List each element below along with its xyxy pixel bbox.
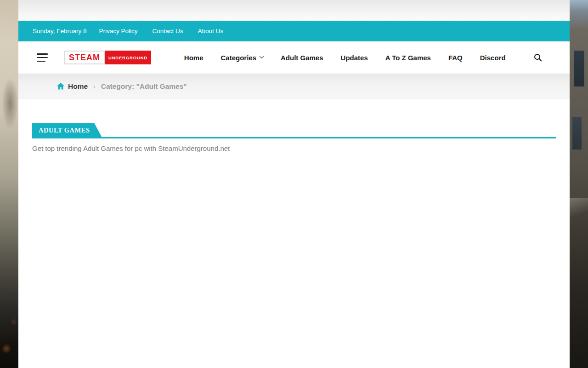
background-image-left	[0, 0, 18, 368]
breadcrumb-home-link[interactable]: Home	[57, 82, 88, 91]
topbar-link-about-us[interactable]: About Us	[198, 28, 223, 34]
topbar: Sunday, February 8 Privacy Policy Contac…	[18, 21, 570, 41]
logo-underground-text: UNDERGROUND	[105, 51, 151, 64]
nav-item-faq[interactable]: FAQ	[448, 54, 463, 62]
site-logo[interactable]: STEAM UNDERGROUND	[64, 51, 151, 64]
nav-item-label: Discord	[480, 54, 506, 62]
home-icon	[57, 83, 64, 90]
nav-item-label: Adult Games	[281, 54, 323, 62]
current-date: Sunday, February 8	[33, 28, 87, 34]
nav-item-label: Categories	[221, 54, 257, 62]
category-title-badge: ADULT GAMES	[32, 123, 102, 137]
breadcrumb: Home › Category: "Adult Games"	[18, 74, 570, 99]
logo-steam-text: STEAM	[64, 51, 105, 64]
section-underline	[32, 137, 556, 138]
category-section-header: ADULT GAMES	[32, 123, 556, 138]
breadcrumb-current-page: Category: "Adult Games"	[101, 82, 187, 91]
search-icon	[534, 53, 542, 62]
nav-item-label: Updates	[341, 54, 368, 62]
nav-item-home[interactable]: Home	[184, 54, 204, 62]
nav-item-a-to-z-games[interactable]: A To Z Games	[385, 54, 431, 62]
background-image-right	[570, 0, 588, 368]
main-navigation: Home Categories Adult Games Updates A To…	[184, 54, 523, 62]
nav-item-label: FAQ	[448, 54, 463, 62]
nav-item-adult-games[interactable]: Adult Games	[281, 54, 323, 62]
topbar-link-contact-us[interactable]: Contact Us	[153, 28, 183, 34]
topbar-link-privacy-policy[interactable]: Privacy Policy	[99, 28, 138, 34]
main-header: STEAM UNDERGROUND Home Categories Adult …	[18, 41, 570, 74]
nav-item-updates[interactable]: Updates	[341, 54, 368, 62]
category-description: Get top trending Adult Games for pc with…	[32, 144, 556, 152]
pre-header-spacer	[18, 0, 570, 21]
nav-item-discord[interactable]: Discord	[480, 54, 506, 62]
main-content: ADULT GAMES Get top trending Adult Games…	[18, 99, 570, 152]
search-button[interactable]	[534, 53, 542, 62]
breadcrumb-home-label: Home	[68, 82, 88, 91]
nav-item-label: Home	[184, 54, 204, 62]
page-container: Sunday, February 8 Privacy Policy Contac…	[18, 0, 570, 368]
hamburger-menu-icon[interactable]	[37, 53, 48, 62]
nav-item-label: A To Z Games	[385, 54, 431, 62]
nav-item-categories[interactable]: Categories	[221, 54, 264, 62]
chevron-down-icon	[260, 54, 264, 58]
breadcrumb-separator: ›	[93, 83, 96, 90]
